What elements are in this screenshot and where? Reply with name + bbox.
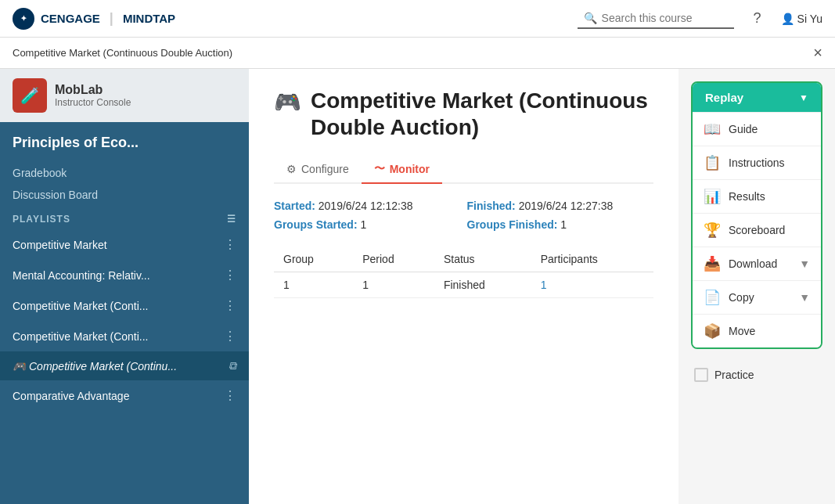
user-button[interactable]: 👤 Si Yu — [781, 13, 822, 25]
cell-status: Finished — [434, 272, 531, 298]
practice-checkbox[interactable] — [694, 368, 708, 382]
sidebar-logo: 🧪 MobLab Instructor Console — [0, 69, 249, 122]
content-title-row: 🎮 Competitive Market (Continuous Double … — [274, 88, 653, 140]
configure-icon: ⚙ — [286, 163, 297, 175]
logo-cengage: ✦ CENGAGE | MINDTAP — [13, 8, 175, 30]
playlist-label-5: Comparative Advantage — [13, 390, 224, 402]
search-input[interactable] — [602, 12, 727, 24]
playlist-item-1[interactable]: Mental Accounting: Relativ... ⋮ — [0, 260, 249, 290]
sidebar-item-discussion[interactable]: Discussion Board — [13, 185, 236, 204]
results-menu-item[interactable]: 📊 Results — [693, 179, 821, 213]
user-label: Si Yu — [797, 13, 822, 25]
search-box[interactable]: 🔍 — [578, 9, 734, 29]
close-button[interactable]: × — [813, 44, 822, 62]
replay-label: Replay — [705, 91, 743, 104]
copy-menu-item[interactable]: 📄 Copy ▼ — [693, 280, 821, 314]
cengage-label: CENGAGE — [41, 12, 100, 25]
monitor-icon: 〜 — [374, 162, 385, 176]
groups-finished-label: Groups Finished: — [467, 218, 558, 231]
col-period: Period — [353, 247, 434, 272]
replay-button[interactable]: Replay ▼ — [693, 83, 821, 112]
guide-menu-item[interactable]: 📖 Guide — [693, 112, 821, 146]
top-nav: ✦ CENGAGE | MINDTAP 🔍 ? 👤 Si Yu — [0, 0, 835, 38]
info-grid: Started: 2019/6/24 12:12:38 Finished: 20… — [274, 200, 653, 231]
playlist-label-4: Competitive Market (Continu... — [29, 360, 225, 373]
moblab-subtitle: Instructor Console — [55, 97, 131, 108]
cell-period: 1 — [353, 272, 434, 298]
scoreboard-menu-item[interactable]: 🏆 Scoreboard — [693, 213, 821, 247]
finished-label: Finished: — [467, 200, 516, 212]
results-icon: 📊 — [704, 188, 721, 205]
page-title: Competitive Market (Continuous Double Au… — [311, 88, 653, 140]
download-icon: 📥 — [704, 255, 721, 272]
finished-item: Finished: 2019/6/24 12:27:38 — [467, 200, 654, 212]
title-game-icon: 🎮 — [274, 89, 301, 115]
moblab-title: MobLab — [55, 83, 131, 97]
groups-finished-value: 1 — [560, 218, 567, 231]
cell-group: 1 — [274, 272, 353, 298]
started-label: Started: — [274, 200, 315, 212]
sidebar-nav-links: Gradebook Discussion Board — [0, 164, 249, 204]
playlist-menu-icon-2[interactable]: ⋮ — [224, 298, 236, 313]
groups-started-label: Groups Started: — [274, 218, 358, 231]
tabs: ⚙ Configure 〜 Monitor — [274, 156, 653, 184]
breadcrumb-bar: Competitive Market (Continuous Double Au… — [0, 38, 835, 69]
playlist-menu-icon-1[interactable]: ⋮ — [224, 268, 236, 283]
playlist-menu-icon-3[interactable]: ⋮ — [224, 329, 236, 344]
download-menu-item[interactable]: 📥 Download ▼ — [693, 247, 821, 280]
participants-link[interactable]: 1 — [541, 279, 547, 291]
replay-chevron: ▼ — [799, 92, 808, 103]
playlist-label-2: Competitive Market (Conti... — [13, 300, 224, 312]
content-area: 🎮 Competitive Market (Continuous Double … — [249, 69, 678, 504]
sidebar-item-gradebook[interactable]: Gradebook — [13, 164, 236, 182]
playlists-label: PLAYLISTS — [13, 214, 70, 225]
instructions-label: Instructions — [729, 157, 785, 169]
finished-value: 2019/6/24 12:27:38 — [519, 200, 614, 212]
logo-divider: | — [110, 10, 113, 27]
tab-monitor[interactable]: 〜 Monitor — [362, 156, 442, 184]
playlist-item-0[interactable]: Competitive Market ⋮ — [0, 229, 249, 260]
sidebar: 🧪 MobLab Instructor Console Principles o… — [0, 69, 249, 504]
help-button[interactable]: ? — [743, 5, 772, 33]
playlist-menu-icon-0[interactable]: ⋮ — [224, 237, 236, 252]
tab-configure[interactable]: ⚙ Configure — [274, 156, 362, 184]
copy-chevron: ▼ — [799, 291, 810, 304]
results-label: Results — [729, 190, 765, 203]
copy-icon: 📄 — [704, 289, 721, 306]
playlist-label-3: Competitive Market (Conti... — [13, 330, 224, 343]
started-item: Started: 2019/6/24 12:12:38 — [274, 200, 461, 212]
sidebar-course-title: Principles of Eco... — [0, 122, 249, 164]
cengage-logo-icon: ✦ — [13, 8, 34, 30]
started-value: 2019/6/24 12:12:38 — [319, 200, 413, 212]
search-icon: 🔍 — [584, 12, 597, 24]
user-icon: 👤 — [781, 13, 794, 25]
breadcrumb: Competitive Market (Continuous Double Au… — [13, 47, 232, 59]
col-group: Group — [274, 247, 353, 272]
playlist-game-icon-4: 🎮 — [13, 360, 26, 373]
instructions-menu-item[interactable]: 📋 Instructions — [693, 146, 821, 179]
playlist-item-3[interactable]: Competitive Market (Conti... ⋮ — [0, 321, 249, 351]
guide-icon: 📖 — [704, 121, 721, 138]
playlist-copy-icon-4[interactable]: ⧉ — [229, 359, 236, 373]
move-menu-item[interactable]: 📦 Move — [693, 314, 821, 347]
playlist-item-2[interactable]: Competitive Market (Conti... ⋮ — [0, 290, 249, 321]
main-layout: 🧪 MobLab Instructor Console Principles o… — [0, 69, 835, 504]
mindtap-label: MINDTAP — [123, 12, 175, 25]
col-participants: Participants — [531, 247, 653, 272]
table-row: 1 1 Finished 1 — [274, 272, 653, 298]
practice-row: Practice — [691, 362, 822, 388]
groups-started-value: 1 — [360, 218, 366, 231]
filter-icon: ☰ — [227, 214, 236, 225]
move-label: Move — [729, 325, 755, 337]
action-box: Replay ▼ 📖 Guide 📋 Instructions 📊 Result… — [691, 81, 822, 349]
playlist-menu-icon-5[interactable]: ⋮ — [224, 388, 236, 403]
right-panel: Replay ▼ 📖 Guide 📋 Instructions 📊 Result… — [678, 69, 835, 504]
playlist-item-5[interactable]: Comparative Advantage ⋮ — [0, 380, 249, 411]
playlist-item-4[interactable]: 🎮 Competitive Market (Continu... ⧉ — [0, 351, 249, 380]
cell-participants: 1 — [531, 272, 653, 298]
copy-label: Copy — [729, 291, 754, 304]
scoreboard-icon: 🏆 — [704, 221, 721, 239]
groups-finished-item: Groups Finished: 1 — [467, 218, 654, 231]
scoreboard-label: Scoreboard — [729, 224, 785, 236]
playlist-label-1: Mental Accounting: Relativ... — [13, 269, 224, 282]
